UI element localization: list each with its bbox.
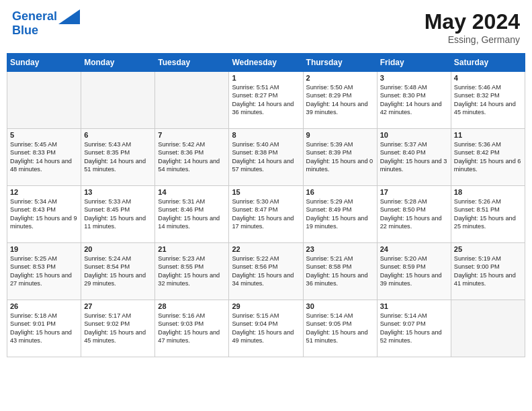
day-number: 2 (306, 74, 374, 82)
calendar-day: 26 Sunrise: 5:18 AMSunset: 9:01 PMDaylig… (7, 300, 81, 357)
calendar-day: 14 Sunrise: 5:31 AMSunset: 8:46 PMDaylig… (155, 186, 229, 243)
day-info: Sunrise: 5:45 AMSunset: 8:33 PMDaylight:… (10, 140, 78, 174)
logo-text2: Blue (12, 24, 38, 38)
day-info: Sunrise: 5:40 AMSunset: 8:38 PMDaylight:… (232, 140, 300, 174)
calendar-day (155, 72, 229, 129)
calendar-day: 15 Sunrise: 5:30 AMSunset: 8:47 PMDaylig… (229, 186, 303, 243)
day-number: 16 (306, 188, 374, 196)
day-info: Sunrise: 5:19 AMSunset: 9:00 PMDaylight:… (454, 255, 522, 288)
day-number: 1 (232, 74, 300, 82)
day-number: 11 (454, 131, 522, 139)
calendar-day: 22 Sunrise: 5:22 AMSunset: 8:56 PMDaylig… (229, 243, 303, 300)
calendar-day: 27 Sunrise: 5:17 AMSunset: 9:02 PMDaylig… (81, 300, 155, 357)
day-info: Sunrise: 5:31 AMSunset: 8:46 PMDaylight:… (158, 197, 226, 231)
day-info: Sunrise: 5:14 AMSunset: 9:05 PMDaylight:… (306, 312, 374, 345)
day-number: 12 (10, 188, 78, 196)
day-number: 7 (158, 131, 226, 139)
day-number: 18 (454, 188, 522, 196)
calendar-day (7, 72, 81, 129)
calendar-day: 1 Sunrise: 5:51 AMSunset: 8:27 PMDayligh… (229, 72, 303, 129)
calendar-day: 20 Sunrise: 5:24 AMSunset: 8:54 PMDaylig… (81, 243, 155, 300)
day-number: 15 (232, 188, 300, 196)
weekday-header: Thursday (303, 54, 377, 72)
day-number: 23 (306, 245, 374, 253)
day-info: Sunrise: 5:28 AMSunset: 8:50 PMDaylight:… (380, 197, 448, 231)
day-info: Sunrise: 5:21 AMSunset: 8:58 PMDaylight:… (306, 255, 374, 288)
calendar-day: 31 Sunrise: 5:14 AMSunset: 9:07 PMDaylig… (377, 300, 451, 357)
day-number: 22 (232, 245, 300, 253)
calendar-day: 18 Sunrise: 5:26 AMSunset: 8:51 PMDaylig… (451, 186, 525, 243)
weekday-header: Monday (81, 54, 155, 72)
calendar-day: 5 Sunrise: 5:45 AMSunset: 8:33 PMDayligh… (7, 129, 81, 186)
calendar-day (81, 72, 155, 129)
calendar-week: 1 Sunrise: 5:51 AMSunset: 8:27 PMDayligh… (7, 72, 525, 129)
day-info: Sunrise: 5:48 AMSunset: 8:30 PMDaylight:… (380, 83, 448, 117)
weekday-header: Saturday (451, 54, 525, 72)
day-info: Sunrise: 5:36 AMSunset: 8:42 PMDaylight:… (454, 140, 522, 174)
day-number: 17 (380, 188, 448, 196)
day-info: Sunrise: 5:17 AMSunset: 9:02 PMDaylight:… (84, 312, 152, 345)
logo: General Blue (12, 9, 80, 38)
day-info: Sunrise: 5:15 AMSunset: 9:04 PMDaylight:… (232, 312, 300, 345)
day-number: 24 (380, 245, 448, 253)
calendar-day: 3 Sunrise: 5:48 AMSunset: 8:30 PMDayligh… (377, 72, 451, 129)
day-info: Sunrise: 5:46 AMSunset: 8:32 PMDaylight:… (454, 83, 522, 117)
day-number: 25 (454, 245, 522, 253)
calendar-day: 16 Sunrise: 5:29 AMSunset: 8:49 PMDaylig… (303, 186, 377, 243)
calendar-day: 29 Sunrise: 5:15 AMSunset: 9:04 PMDaylig… (229, 300, 303, 357)
day-info: Sunrise: 5:51 AMSunset: 8:27 PMDaylight:… (232, 83, 300, 117)
day-number: 8 (232, 131, 300, 139)
calendar-day: 30 Sunrise: 5:14 AMSunset: 9:05 PMDaylig… (303, 300, 377, 357)
day-info: Sunrise: 5:29 AMSunset: 8:49 PMDaylight:… (306, 197, 374, 231)
day-number: 3 (380, 74, 448, 82)
day-info: Sunrise: 5:42 AMSunset: 8:36 PMDaylight:… (158, 140, 226, 174)
day-number: 19 (10, 245, 78, 253)
logo-text: General (12, 10, 57, 24)
day-info: Sunrise: 5:20 AMSunset: 8:59 PMDaylight:… (380, 255, 448, 288)
day-info: Sunrise: 5:34 AMSunset: 8:43 PMDaylight:… (10, 197, 78, 231)
calendar-day: 23 Sunrise: 5:21 AMSunset: 8:58 PMDaylig… (303, 243, 377, 300)
calendar-week: 12 Sunrise: 5:34 AMSunset: 8:43 PMDaylig… (7, 186, 525, 243)
day-info: Sunrise: 5:37 AMSunset: 8:40 PMDaylight:… (380, 140, 448, 174)
calendar-week: 19 Sunrise: 5:25 AMSunset: 8:53 PMDaylig… (7, 243, 525, 300)
day-info: Sunrise: 5:16 AMSunset: 9:03 PMDaylight:… (158, 312, 226, 345)
location: Essing, Germany (425, 34, 520, 45)
day-info: Sunrise: 5:25 AMSunset: 8:53 PMDaylight:… (10, 255, 78, 288)
weekday-header: Wednesday (229, 54, 303, 72)
calendar-day: 13 Sunrise: 5:33 AMSunset: 8:45 PMDaylig… (81, 186, 155, 243)
day-info: Sunrise: 5:14 AMSunset: 9:07 PMDaylight:… (380, 312, 448, 345)
day-info: Sunrise: 5:30 AMSunset: 8:47 PMDaylight:… (232, 197, 300, 231)
day-number: 14 (158, 188, 226, 196)
day-info: Sunrise: 5:43 AMSunset: 8:35 PMDaylight:… (84, 140, 152, 174)
day-number: 5 (10, 131, 78, 139)
day-info: Sunrise: 5:50 AMSunset: 8:29 PMDaylight:… (306, 83, 374, 117)
day-number: 21 (158, 245, 226, 253)
day-info: Sunrise: 5:18 AMSunset: 9:01 PMDaylight:… (10, 312, 78, 345)
logo-icon (58, 9, 80, 24)
calendar-day: 24 Sunrise: 5:20 AMSunset: 8:59 PMDaylig… (377, 243, 451, 300)
weekday-header: Tuesday (155, 54, 229, 72)
title-block: May 2024 Essing, Germany (425, 9, 520, 45)
calendar-day: 10 Sunrise: 5:37 AMSunset: 8:40 PMDaylig… (377, 129, 451, 186)
header-row: SundayMondayTuesdayWednesdayThursdayFrid… (7, 54, 525, 72)
day-info: Sunrise: 5:39 AMSunset: 8:39 PMDaylight:… (306, 140, 374, 174)
calendar-day: 4 Sunrise: 5:46 AMSunset: 8:32 PMDayligh… (451, 72, 525, 129)
calendar-day: 11 Sunrise: 5:36 AMSunset: 8:42 PMDaylig… (451, 129, 525, 186)
calendar-day: 8 Sunrise: 5:40 AMSunset: 8:38 PMDayligh… (229, 129, 303, 186)
day-number: 20 (84, 245, 152, 253)
calendar-day: 7 Sunrise: 5:42 AMSunset: 8:36 PMDayligh… (155, 129, 229, 186)
calendar-day: 19 Sunrise: 5:25 AMSunset: 8:53 PMDaylig… (7, 243, 81, 300)
calendar-day: 9 Sunrise: 5:39 AMSunset: 8:39 PMDayligh… (303, 129, 377, 186)
weekday-header: Friday (377, 54, 451, 72)
page-header: General Blue May 2024 Essing, Germany (7, 7, 525, 48)
day-info: Sunrise: 5:26 AMSunset: 8:51 PMDaylight:… (454, 197, 522, 231)
day-info: Sunrise: 5:23 AMSunset: 8:55 PMDaylight:… (158, 255, 226, 288)
calendar-week: 5 Sunrise: 5:45 AMSunset: 8:33 PMDayligh… (7, 129, 525, 186)
calendar-table: SundayMondayTuesdayWednesdayThursdayFrid… (7, 53, 525, 357)
calendar-day: 25 Sunrise: 5:19 AMSunset: 9:00 PMDaylig… (451, 243, 525, 300)
day-number: 26 (10, 302, 78, 310)
weekday-header: Sunday (7, 54, 81, 72)
day-info: Sunrise: 5:24 AMSunset: 8:54 PMDaylight:… (84, 255, 152, 288)
day-number: 6 (84, 131, 152, 139)
day-number: 27 (84, 302, 152, 310)
